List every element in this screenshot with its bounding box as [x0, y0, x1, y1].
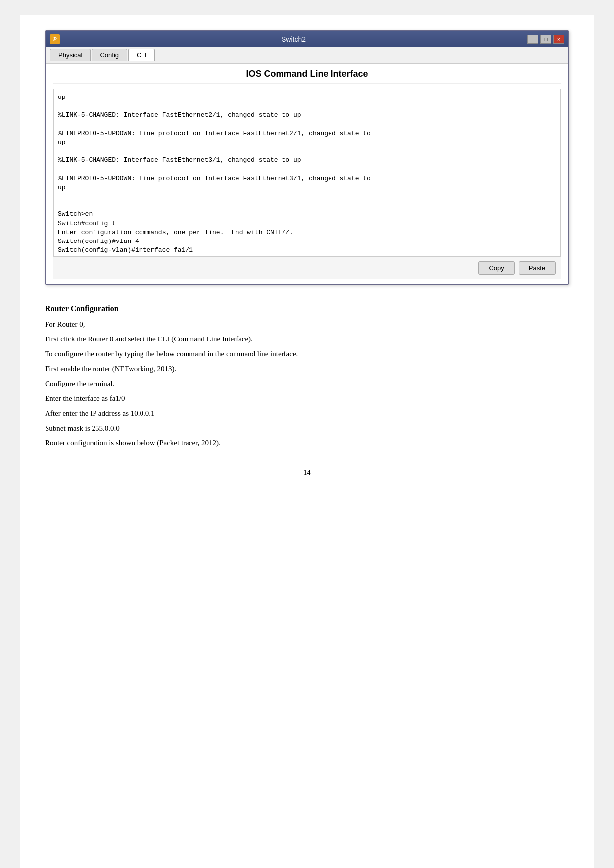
document-body: For Router 0,First click the Router 0 an… [45, 318, 569, 449]
body-paragraph: First click the Router 0 and select the … [45, 333, 569, 345]
minimize-button[interactable]: – [527, 35, 538, 44]
body-paragraph: After enter the IP address as 10.0.0.1 [45, 407, 569, 419]
tab-physical[interactable]: Physical [50, 49, 91, 61]
copy-button[interactable]: Copy [478, 261, 514, 275]
body-paragraph: To configure the router by typing the be… [45, 348, 569, 360]
body-paragraph: Enter the interface as fa1/0 [45, 392, 569, 404]
body-paragraph: First enable the router (NETworking, 201… [45, 363, 569, 375]
body-paragraph: Configure the terminal. [45, 378, 569, 389]
close-button[interactable]: × [553, 35, 564, 44]
body-paragraph: Router configuration is shown below (Pac… [45, 437, 569, 449]
tab-bar: Physical Config CLI [46, 47, 568, 64]
app-icon-label: P [53, 36, 56, 43]
cli-button-bar: Copy Paste [53, 257, 561, 279]
cli-panel: IOS Command Line Interface up %LINK-5-CH… [46, 64, 568, 284]
paste-button[interactable]: Paste [519, 261, 556, 275]
window-controls: – □ × [527, 35, 564, 44]
body-paragraph: Subnet mask is 255.0.0.0 [45, 422, 569, 434]
body-paragraph: For Router 0, [45, 318, 569, 330]
page-wrapper: P Switch2 – □ × Physical Config CLI IOS … [20, 15, 594, 868]
window-title: Switch2 [60, 35, 527, 43]
maximize-button[interactable]: □ [540, 35, 551, 44]
app-icon: P [50, 34, 60, 44]
pt-window: P Switch2 – □ × Physical Config CLI IOS … [45, 30, 569, 285]
tab-config[interactable]: Config [92, 49, 127, 61]
section-heading: Router Configuration [45, 304, 569, 313]
titlebar: P Switch2 – □ × [46, 31, 568, 47]
page-number: 14 [45, 469, 569, 477]
cli-heading: IOS Command Line Interface [53, 69, 561, 84]
cli-terminal[interactable]: up %LINK-5-CHANGED: Interface FastEthern… [53, 89, 561, 257]
tab-cli[interactable]: CLI [128, 49, 155, 61]
